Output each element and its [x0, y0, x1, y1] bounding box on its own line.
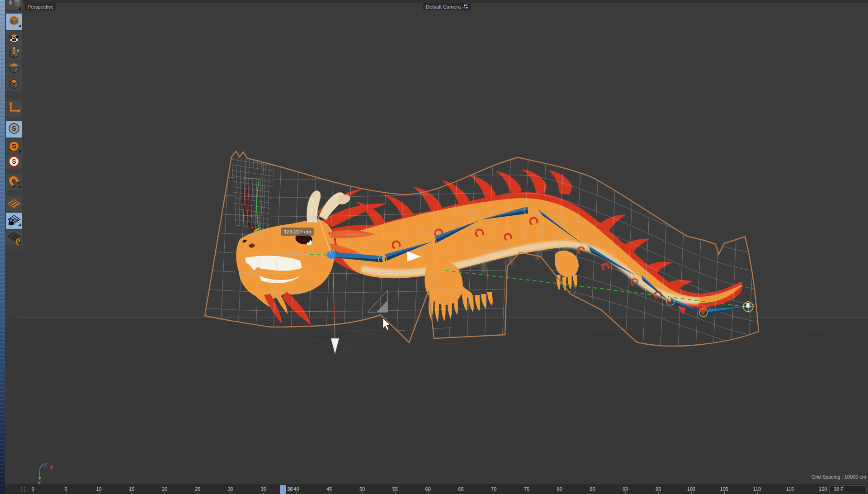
ruler-tick-label: 115: [786, 486, 794, 492]
toolbar-item-workplane[interactable]: [6, 196, 22, 211]
toolbar-item-workplane-mode[interactable]: (): [6, 230, 22, 245]
ruler-tick: [33, 492, 33, 494]
ruler-tick: [66, 492, 66, 494]
ruler-tick-label: 85: [590, 486, 595, 492]
desktop-wallpaper-strip: [0, 0, 5, 494]
ruler-tick-label: 75: [524, 486, 529, 492]
ruler-tick: [132, 492, 132, 494]
ruler-tick-label: 50: [359, 486, 365, 492]
ruler-tick: [527, 492, 527, 494]
measurement-label: 123.227 cm: [281, 228, 314, 236]
ruler-tick: [362, 492, 363, 494]
timeline-playhead[interactable]: [280, 485, 286, 494]
ruler-tick: [691, 492, 692, 494]
ruler-tick: [329, 492, 330, 494]
ground-plane: [0, 318, 868, 494]
ruler-tick: [593, 492, 593, 494]
svg-text:123.227 cm: 123.227 cm: [284, 229, 311, 234]
ruler-tick: [625, 492, 626, 494]
ruler-tick: [823, 492, 823, 494]
timeline-grip-handle[interactable]: [21, 486, 26, 493]
toolbar-item-edges-mode[interactable]: [6, 62, 22, 76]
dragon-legs: [425, 251, 579, 322]
ruler-tick: [560, 492, 560, 494]
ruler-tick: [264, 492, 264, 494]
ruler-tick-label: 15: [129, 486, 134, 492]
toolbar-item-snap-white[interactable]: S: [6, 154, 22, 169]
ruler-tick: [724, 492, 725, 494]
ruler-tick-label: 0: [32, 486, 34, 492]
ruler-tick: [428, 492, 429, 494]
ruler-tick: [296, 492, 297, 494]
ruler-tick: [165, 492, 165, 494]
viewport-name-label[interactable]: Perspective: [25, 3, 56, 10]
ruler-tick: [658, 492, 659, 494]
ruler-tick: [790, 492, 790, 494]
ruler-tick-label: 100: [687, 486, 695, 492]
axis-x-label: X: [50, 465, 53, 470]
toolbar-item-texture-mode[interactable]: [6, 31, 22, 46]
timeline-ruler[interactable]: 0510152025303540455055606570758085909510…: [0, 484, 868, 494]
ruler-tick-label: 120: [819, 486, 827, 492]
toolbar-item-modeling-tool-partial[interactable]: [6, 0, 22, 10]
ik-goal-handle[interactable]: [742, 301, 754, 313]
ruler-tick-label: 55: [392, 486, 398, 492]
toolbar-item-snap-gray[interactable]: S: [6, 121, 22, 138]
scale-triangle-handle[interactable]: [368, 290, 387, 312]
c4d-viewport-window: 123.227 cm Z X Y: [0, 0, 868, 494]
svg-text:S: S: [12, 125, 16, 132]
ruler-tick: [461, 492, 461, 494]
current-frame-field[interactable]: 38 F: [829, 485, 867, 493]
toolbar-item-points-mode[interactable]: [6, 46, 22, 61]
toolbar-item-model-mode[interactable]: [6, 14, 22, 30]
ruler-tick-label: 60: [425, 486, 430, 492]
toolbar-item-polygons-mode[interactable]: [6, 77, 22, 91]
camera-move-icon[interactable]: [463, 4, 469, 10]
svg-text:S: S: [12, 142, 16, 150]
ruler-tick-label: 25: [195, 486, 200, 492]
ruler-tick-label: 35: [260, 486, 266, 492]
toolbar-item-snap-orange[interactable]: S: [6, 139, 22, 153]
toolbar-item-lock-workplane[interactable]: [6, 213, 22, 229]
ruler-tick-label: 80: [557, 486, 562, 492]
ruler-tick-label: 5: [65, 486, 67, 492]
ruler-tick-label: 10: [96, 486, 101, 492]
ruler-tick-label: 95: [656, 486, 661, 492]
dragon-model[interactable]: [236, 169, 743, 325]
axis-z-label: Z: [44, 462, 47, 467]
ruler-tick-label: 30: [228, 486, 233, 492]
ruler-tick: [395, 492, 396, 494]
ruler-tick: [757, 492, 758, 494]
svg-text:S: S: [12, 158, 16, 165]
ruler-tick-label: 110: [753, 486, 761, 492]
ruler-tick: [99, 492, 99, 494]
ruler-tick-label: 65: [458, 486, 463, 492]
camera-label[interactable]: Default Camera: [423, 3, 471, 10]
ruler-tick-label: 70: [491, 486, 496, 492]
viewport-canvas[interactable]: 123.227 cm Z X Y: [0, 0, 868, 494]
ruler-tick: [231, 492, 231, 494]
ruler-tick-label: 105: [720, 486, 728, 492]
toolbar-item-enable-axis[interactable]: [6, 100, 22, 117]
ruler-tick-label: 20: [162, 486, 167, 492]
camera-label-text: Default Camera: [426, 4, 461, 10]
ruler-tick-label: 90: [623, 486, 628, 492]
ruler-tick-label: 40: [293, 486, 299, 492]
mode-palette: S S S (): [5, 0, 23, 252]
ruler-tick: [494, 492, 494, 494]
ruler-tick: [198, 492, 198, 494]
toolbar-item-magnet-snap[interactable]: [6, 174, 22, 190]
playhead-frame-label: 38: [287, 486, 292, 492]
ruler-tick-label: 45: [326, 486, 332, 492]
grid-spacing-label: Grid Spacing : 10000 cm: [811, 474, 866, 480]
